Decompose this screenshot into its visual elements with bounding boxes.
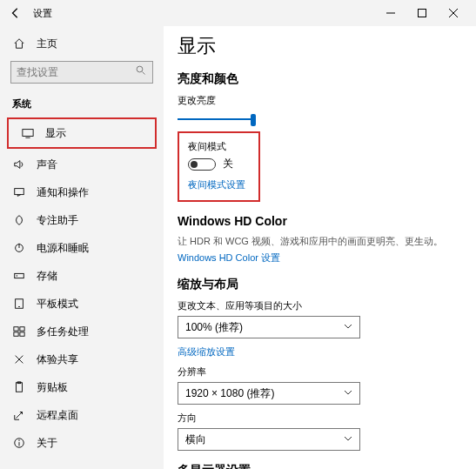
svg-rect-1 bbox=[419, 10, 426, 17]
search-input[interactable] bbox=[10, 61, 153, 84]
svg-rect-14 bbox=[20, 327, 24, 331]
storage-icon bbox=[12, 269, 26, 283]
textsize-select[interactable]: 100% (推荐) bbox=[178, 316, 360, 338]
sidebar-item-power[interactable]: 电源和睡眠 bbox=[0, 234, 164, 262]
sidebar-section-label: 系统 bbox=[0, 92, 164, 116]
resolution-select[interactable]: 1920 × 1080 (推荐) bbox=[178, 382, 360, 405]
back-button[interactable] bbox=[7, 4, 24, 22]
sidebar-item-label: 显示 bbox=[45, 126, 66, 141]
sound-icon bbox=[12, 157, 26, 171]
svg-rect-4 bbox=[23, 130, 33, 137]
advanced-scale-link[interactable]: 高级缩放设置 bbox=[178, 345, 457, 358]
sidebar-item-label: 远程桌面 bbox=[37, 408, 78, 423]
chevron-down-icon bbox=[344, 387, 352, 399]
night-settings-link[interactable]: 夜间模式设置 bbox=[188, 178, 250, 191]
textsize-label: 更改文本、应用等项目的大小 bbox=[178, 299, 457, 312]
clipboard-icon bbox=[12, 380, 26, 394]
home-button[interactable]: 主页 bbox=[0, 31, 164, 56]
search-icon bbox=[136, 65, 146, 78]
sidebar-item-label: 平板模式 bbox=[37, 297, 78, 312]
highlight-night: 夜间模式 关 夜间模式设置 bbox=[178, 131, 260, 202]
focus-icon bbox=[12, 213, 26, 227]
share-icon bbox=[12, 352, 26, 366]
brightness-label: 更改亮度 bbox=[178, 94, 457, 107]
sidebar-item-storage[interactable]: 存储 bbox=[0, 262, 164, 290]
svg-point-10 bbox=[17, 275, 17, 276]
sidebar-item-focus[interactable]: 专注助手 bbox=[0, 206, 164, 234]
section-hdcolor: Windows HD Color bbox=[178, 214, 457, 228]
sidebar-item-label: 多任务处理 bbox=[37, 325, 89, 339]
content-area: 显示 亮度和颜色 更改亮度 夜间模式 关 夜间模式设置 Windows HD C… bbox=[164, 26, 476, 469]
svg-line-3 bbox=[143, 72, 145, 75]
sidebar-item-label: 专注助手 bbox=[37, 213, 78, 228]
sidebar-item-sound[interactable]: 声音 bbox=[0, 151, 164, 178]
orientation-value: 横向 bbox=[185, 432, 206, 447]
sidebar-item-about[interactable]: 关于 bbox=[0, 429, 164, 457]
sidebar-item-label: 关于 bbox=[37, 436, 57, 451]
sidebar-item-shared[interactable]: 体验共享 bbox=[0, 345, 164, 373]
section-multi: 多显示器设置 bbox=[178, 463, 457, 469]
remote-icon bbox=[12, 408, 26, 422]
section-brightness: 亮度和颜色 bbox=[178, 71, 457, 87]
close-button[interactable] bbox=[438, 1, 469, 25]
sidebar-item-label: 声音 bbox=[37, 157, 57, 172]
night-toggle[interactable]: 关 bbox=[188, 157, 250, 171]
resolution-label: 分辨率 bbox=[178, 365, 457, 379]
sidebar-item-notifications[interactable]: 通知和操作 bbox=[0, 178, 164, 206]
resolution-value: 1920 × 1080 (推荐) bbox=[185, 386, 274, 401]
titlebar: 设置 bbox=[0, 0, 476, 26]
sidebar-item-label: 通知和操作 bbox=[37, 185, 89, 200]
svg-rect-6 bbox=[15, 189, 24, 195]
home-icon bbox=[12, 37, 26, 50]
svg-rect-16 bbox=[20, 332, 24, 336]
sidebar-item-tablet[interactable]: 平板模式 bbox=[0, 290, 164, 318]
home-label: 主页 bbox=[37, 37, 57, 51]
window-title: 设置 bbox=[33, 7, 52, 20]
svg-rect-15 bbox=[14, 332, 18, 336]
sidebar-item-remote[interactable]: 远程桌面 bbox=[0, 401, 164, 429]
sidebar-item-display[interactable]: 显示 bbox=[9, 119, 155, 147]
svg-point-2 bbox=[137, 66, 143, 72]
svg-rect-17 bbox=[17, 383, 23, 392]
toggle-state: 关 bbox=[223, 157, 233, 171]
sidebar-item-label: 体验共享 bbox=[37, 352, 78, 367]
night-label: 夜间模式 bbox=[188, 140, 250, 153]
notifications-icon bbox=[12, 185, 26, 199]
sidebar: 主页 系统 显示 声音 通知和操作 专注助手 bbox=[0, 26, 164, 469]
textsize-value: 100% (推荐) bbox=[185, 320, 243, 335]
power-icon bbox=[12, 241, 26, 255]
sidebar-item-label: 剪贴板 bbox=[37, 380, 68, 395]
maximize-button[interactable] bbox=[406, 1, 438, 25]
multitask-icon bbox=[12, 325, 26, 338]
hdcolor-desc: 让 HDR 和 WCG 视频、游戏和应用中的画面更明亮、更生动。 bbox=[178, 235, 457, 248]
brightness-slider[interactable] bbox=[178, 111, 256, 128]
svg-point-21 bbox=[18, 439, 19, 440]
sidebar-item-label: 存储 bbox=[37, 269, 57, 284]
sidebar-item-label: 电源和睡眠 bbox=[37, 241, 89, 256]
orientation-select[interactable]: 横向 bbox=[178, 428, 360, 451]
svg-rect-13 bbox=[14, 327, 18, 331]
page-title: 显示 bbox=[178, 33, 457, 59]
minimize-button[interactable] bbox=[375, 1, 406, 25]
hdcolor-link[interactable]: Windows HD Color 设置 bbox=[178, 251, 457, 265]
about-icon bbox=[12, 436, 26, 450]
orientation-label: 方向 bbox=[178, 412, 457, 425]
highlight-display: 显示 bbox=[7, 117, 157, 149]
sidebar-item-clipboard[interactable]: 剪贴板 bbox=[0, 373, 164, 401]
svg-rect-9 bbox=[15, 273, 24, 278]
section-scale: 缩放与布局 bbox=[178, 277, 457, 292]
tablet-icon bbox=[12, 297, 26, 311]
chevron-down-icon bbox=[344, 321, 352, 333]
sidebar-item-multitask[interactable]: 多任务处理 bbox=[0, 318, 164, 345]
display-icon bbox=[21, 126, 35, 140]
chevron-down-icon bbox=[344, 433, 352, 446]
